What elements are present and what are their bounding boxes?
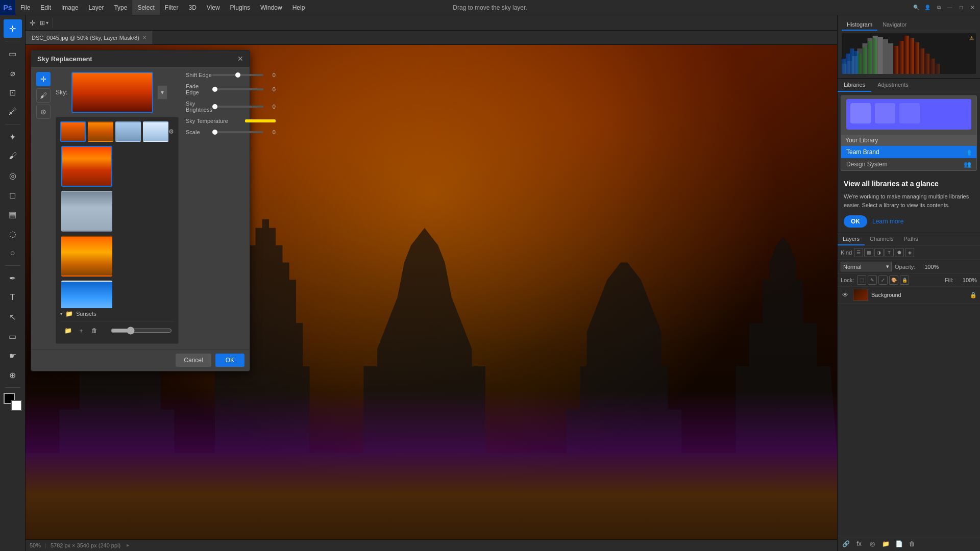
brightness-thumb[interactable] xyxy=(212,104,217,109)
ok-button[interactable]: OK xyxy=(215,354,244,367)
dodge-tool[interactable]: ○ xyxy=(4,244,22,262)
background-color[interactable] xyxy=(11,400,22,411)
maximize-btn[interactable]: □ xyxy=(958,4,965,11)
eyedropper-tool[interactable]: 🖉 xyxy=(4,103,22,121)
move-tool-icon[interactable]: ✛ xyxy=(30,19,36,27)
hand-tool[interactable]: ☛ xyxy=(4,346,22,365)
layer-row-background[interactable]: 👁 Background 🔒 xyxy=(838,287,980,304)
sky-settings-btn[interactable]: ⚙ xyxy=(168,128,174,135)
lock-position[interactable]: ⤢ xyxy=(878,276,888,285)
menu-filter[interactable]: Filter xyxy=(160,0,184,15)
sky-item-sunset1[interactable] xyxy=(61,146,112,187)
menu-select[interactable]: Select xyxy=(132,0,159,15)
shift-edge-thumb[interactable] xyxy=(235,72,240,78)
sky-item-clouds1[interactable] xyxy=(61,191,112,232)
sky-item-sunset2[interactable] xyxy=(61,236,112,277)
layer-new-icon[interactable]: 📄 xyxy=(894,539,904,549)
layer-visibility-eye[interactable]: 👁 xyxy=(841,290,850,299)
lock-transparent[interactable]: ⬚ xyxy=(857,276,866,285)
tab-navigator[interactable]: Navigator xyxy=(877,19,912,31)
kind-pixel[interactable]: ▩ xyxy=(864,248,873,257)
tab-libraries[interactable]: Libraries xyxy=(838,79,871,92)
kind-all[interactable]: ☰ xyxy=(854,248,863,257)
cancel-button[interactable]: Cancel xyxy=(176,354,211,367)
lasso-tool[interactable]: ⌀ xyxy=(4,64,22,82)
healing-tool[interactable]: ✦ xyxy=(4,128,22,146)
menu-image[interactable]: Image xyxy=(56,0,83,15)
eraser-tool[interactable]: ◻ xyxy=(4,186,22,204)
doc-close-btn[interactable]: ✕ xyxy=(142,35,146,40)
account-btn[interactable]: 👤 xyxy=(924,4,931,11)
sky-delete-icon[interactable]: 🗑 xyxy=(89,325,100,336)
layer-link-icon[interactable]: 🔗 xyxy=(841,539,851,549)
path-selection-tool[interactable]: ↖ xyxy=(4,308,22,326)
shape-tool[interactable]: ▭ xyxy=(4,327,22,345)
zoom-tool[interactable]: ⊕ xyxy=(4,366,22,384)
menu-file[interactable]: File xyxy=(15,0,35,15)
brush-tool[interactable]: 🖌 xyxy=(4,147,22,165)
text-tool[interactable]: T xyxy=(4,288,22,307)
fg-bg-colors[interactable] xyxy=(4,393,22,411)
blend-mode-dropdown[interactable]: Normal ▾ xyxy=(841,262,892,271)
fill-value[interactable]: 100% xyxy=(957,277,977,283)
sky-brush-tool[interactable]: 🖌 xyxy=(36,88,51,103)
your-library-item[interactable]: Your Library xyxy=(841,135,976,146)
layer-group-icon[interactable]: 📁 xyxy=(880,539,891,549)
sky-thumb-2[interactable] xyxy=(88,121,113,142)
menu-window[interactable]: Window xyxy=(255,0,287,15)
layer-mask-icon[interactable]: ◎ xyxy=(867,539,877,549)
sunsets-header[interactable]: ▾ 📁 Sunsets xyxy=(60,308,174,319)
clone-tool[interactable]: ◎ xyxy=(4,166,22,185)
sky-thumb-3[interactable] xyxy=(115,121,141,142)
sky-folder-icon[interactable]: 📁 xyxy=(62,325,74,336)
search-btn[interactable]: 🔍 xyxy=(913,4,920,11)
team-brand-item[interactable]: Team Brand 👥 xyxy=(841,146,976,158)
tab-paths[interactable]: Paths xyxy=(899,233,923,245)
lock-artboard[interactable]: 🎨 xyxy=(889,276,898,285)
minimize-btn[interactable]: — xyxy=(946,4,953,11)
lock-all[interactable]: 🔒 xyxy=(900,276,909,285)
menu-help[interactable]: Help xyxy=(287,0,310,15)
design-system-item[interactable]: Design System 👥 xyxy=(841,158,976,170)
opacity-value[interactable]: 100% xyxy=(918,264,939,270)
move-tool[interactable]: ✛ xyxy=(4,19,22,38)
sky-zoom-tool[interactable]: ⊕ xyxy=(36,105,51,119)
lib-learn-button[interactable]: Learn more xyxy=(872,218,903,225)
arrange-btn[interactable]: ⧉ xyxy=(935,4,942,11)
menu-edit[interactable]: Edit xyxy=(35,0,56,15)
menu-3d[interactable]: 3D xyxy=(183,0,201,15)
sky-preview-main[interactable] xyxy=(71,72,153,113)
canvas-area[interactable]: Sky Replacement ✕ ✛ 🖌 ⊕ Sky: xyxy=(26,45,837,551)
kind-adjustment[interactable]: ◑ xyxy=(874,248,884,257)
document-tab[interactable]: DSC_0045.jpg @ 50% (Sky, Layer Mask/8) ✕ xyxy=(26,31,153,44)
sky-dropdown-btn[interactable]: ▾ xyxy=(157,85,167,99)
menu-view[interactable]: View xyxy=(202,0,225,15)
fade-edge-thumb[interactable] xyxy=(212,87,217,92)
tab-channels[interactable]: Channels xyxy=(865,233,898,245)
crop-tool[interactable]: ⊡ xyxy=(4,83,22,102)
lib-ok-button[interactable]: OK xyxy=(844,215,867,228)
menu-layer[interactable]: Layer xyxy=(83,0,109,15)
layer-fx-icon[interactable]: fx xyxy=(854,539,864,549)
layer-delete-icon[interactable]: 🗑 xyxy=(907,539,917,549)
kind-text[interactable]: T xyxy=(885,248,894,257)
tab-histogram[interactable]: Histogram xyxy=(842,19,877,31)
selection-tool[interactable]: ▭ xyxy=(4,44,22,63)
kind-smart[interactable]: ◈ xyxy=(905,248,914,257)
gradient-tool[interactable]: ▤ xyxy=(4,205,22,223)
dialog-header[interactable]: Sky Replacement ✕ xyxy=(31,51,250,67)
sky-move-tool[interactable]: ✛ xyxy=(36,72,51,86)
kind-vector[interactable]: ⬟ xyxy=(895,248,904,257)
scale-thumb[interactable] xyxy=(212,130,217,135)
close-btn[interactable]: ✕ xyxy=(969,4,976,11)
blur-tool[interactable]: ◌ xyxy=(4,224,22,243)
more-info[interactable]: ▸ xyxy=(127,542,130,548)
sky-scroll-area[interactable] xyxy=(60,145,174,308)
pen-tool[interactable]: ✒ xyxy=(4,269,22,287)
menu-type[interactable]: Type xyxy=(109,0,132,15)
lock-image[interactable]: ✎ xyxy=(868,276,877,285)
tab-adjustments[interactable]: Adjustments xyxy=(871,79,915,92)
sky-size-slider[interactable] xyxy=(111,327,172,335)
tab-layers[interactable]: Layers xyxy=(838,233,865,245)
sky-thumb-4[interactable] xyxy=(143,121,168,142)
